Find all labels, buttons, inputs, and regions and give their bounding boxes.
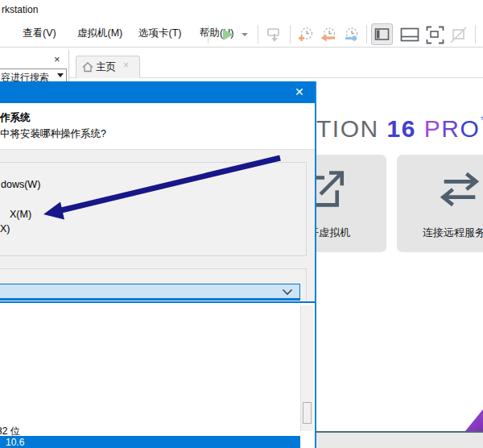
purple-polygon-art <box>465 409 483 431</box>
console-view-icon[interactable] <box>400 27 419 42</box>
menu-vm[interactable]: 虚拟机(M) <box>77 27 122 40</box>
selected-item-label: 10.6 <box>6 437 24 448</box>
window-title: rkstation <box>2 4 38 15</box>
manage-snapshots-icon[interactable] <box>343 27 360 44</box>
version-combobox[interactable] <box>0 284 300 301</box>
toolbar-divider <box>0 47 483 48</box>
power-play-icon[interactable] <box>223 29 233 40</box>
dialog-close-icon[interactable]: ✕ <box>295 85 304 98</box>
take-snapshot-icon[interactable] <box>298 27 315 44</box>
toolbar-separator <box>290 25 291 44</box>
brand-pro-o: O <box>460 115 480 142</box>
library-view-toggle-button[interactable] <box>371 23 393 45</box>
brand-version-number: 16 <box>387 115 416 142</box>
connect-remote-server-card[interactable]: 连接远程服务器 <box>397 155 483 252</box>
dialog-title: 作系统 <box>0 111 31 125</box>
connect-remote-card-label: 连接远程服务器 <box>397 226 483 240</box>
dialog-titlebar[interactable]: ✕ <box>0 81 315 103</box>
os-option-windows[interactable]: dows(W) <box>1 179 40 190</box>
brand-pro-p: P <box>424 115 442 142</box>
scrollbar-thumb[interactable] <box>303 402 312 424</box>
guest-os-groupbox <box>0 162 307 256</box>
revert-snapshot-icon[interactable] <box>320 27 337 44</box>
toolbar-separator <box>475 25 476 44</box>
fullscreen-icon[interactable] <box>426 26 444 44</box>
vmware-workstation-window: rkstation 查看(V) 虚拟机(M) 选项卡(T) 帮助(H) <box>0 0 483 448</box>
brand-gray-part: TION <box>316 115 379 142</box>
power-dropdown-caret[interactable] <box>242 33 248 36</box>
search-dropdown-caret[interactable] <box>57 73 64 77</box>
menu-view[interactable]: 查看(V) <box>23 27 56 40</box>
send-ctrl-alt-del-icon[interactable] <box>266 27 283 44</box>
tab-home-label: 主页 <box>96 60 116 74</box>
version-dropdown-list[interactable]: 32 位 10.6 <box>0 301 315 448</box>
workstation-brand-text: TION 16 PRO™ <box>316 115 483 143</box>
brand-pro-r: R <box>441 115 460 142</box>
library-close-icon[interactable]: × <box>54 53 60 65</box>
version-list-item-selected[interactable]: 10.6 <box>0 436 300 448</box>
os-option-mac-os-x[interactable]: X(M) <box>10 209 31 220</box>
dropdown-scrollbar[interactable] <box>300 305 313 431</box>
new-vm-wizard-dialog: ✕ 作系统 中将安装哪种操作系统? dows(W) X(M) X) 32 位 1… <box>0 81 316 448</box>
home-icon <box>82 62 93 73</box>
toolbar-separator <box>366 25 367 44</box>
os-option-vmware-esx[interactable]: X) <box>0 223 10 234</box>
status-bar <box>298 433 483 448</box>
brand-trademark: ™ <box>480 115 483 124</box>
dialog-subtitle: 中将安装哪种操作系统? <box>0 127 106 141</box>
tab-close-icon[interactable]: × <box>123 60 129 71</box>
unity-view-icon-disabled <box>449 26 468 44</box>
toolbar-separator <box>208 25 208 44</box>
menu-tabs[interactable]: 选项卡(T) <box>138 27 181 40</box>
dialog-header: 作系统 中将安装哪种操作系统? <box>0 103 315 150</box>
connect-remote-icon <box>436 166 483 213</box>
toolbar-separator <box>258 25 258 44</box>
chevron-down-icon <box>282 288 293 296</box>
show-library-view-icon <box>374 27 390 41</box>
